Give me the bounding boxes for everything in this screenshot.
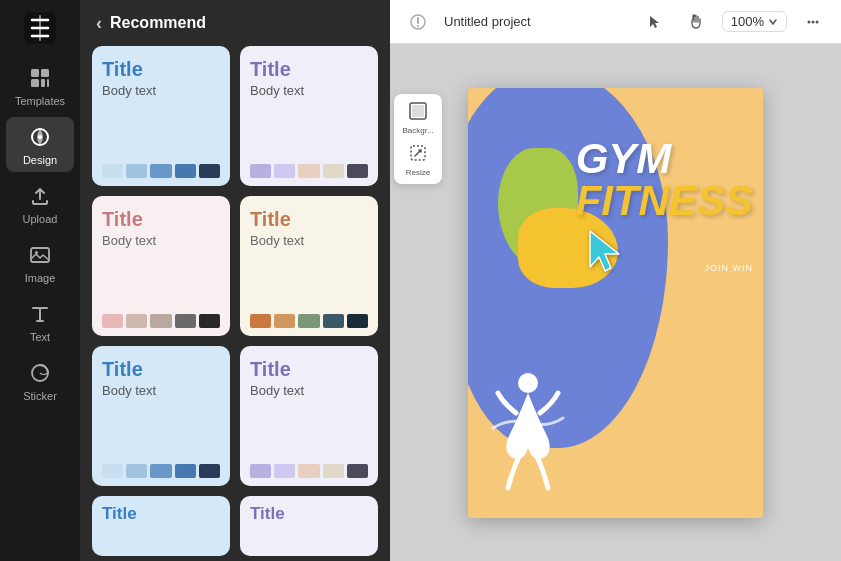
swatch — [250, 314, 271, 328]
swatch — [298, 314, 319, 328]
svg-rect-2 — [31, 69, 39, 77]
sidebar-text-label: Text — [30, 331, 50, 343]
templates-icon — [26, 64, 54, 92]
sidebar-image-label: Image — [25, 272, 56, 284]
swatch — [175, 164, 196, 178]
theme-3-swatches — [102, 308, 220, 328]
recommend-panel: ‹ Recommend Title Body text Title Body t… — [80, 0, 390, 561]
swatch — [274, 164, 295, 178]
sidebar-sticker-label: Sticker — [23, 390, 57, 402]
theme-6-body: Body text — [250, 383, 368, 458]
sidebar-item-sticker[interactable]: Sticker — [6, 353, 74, 408]
canvas-area: Untitled project 100% — [390, 0, 841, 561]
swatch — [323, 164, 344, 178]
resize-tool[interactable]: Resize — [398, 140, 438, 180]
swatch — [323, 314, 344, 328]
theme-card-3[interactable]: Title Body text — [92, 196, 230, 336]
swatch — [102, 164, 123, 178]
swatch — [250, 164, 271, 178]
background-tool[interactable]: Backgr... — [398, 98, 438, 138]
resize-label: Resize — [406, 168, 430, 177]
zoom-value: 100% — [731, 14, 764, 29]
swatch — [126, 464, 147, 478]
swatch — [175, 464, 196, 478]
swatch — [102, 314, 123, 328]
theme-card-4[interactable]: Title Body text — [240, 196, 378, 336]
svg-rect-3 — [41, 69, 49, 77]
sidebar-item-image[interactable]: Image — [6, 235, 74, 290]
gym-title-text: GYMFITNESS — [576, 138, 753, 222]
resize-icon — [409, 144, 427, 166]
canvas-wrapper[interactable]: Backgr... Resize — [390, 44, 841, 561]
panel-content: Title Body text Title Body text — [80, 42, 390, 561]
svg-rect-18 — [412, 105, 424, 117]
warning-icon — [402, 6, 434, 38]
theme-card-6[interactable]: Title Body text — [240, 346, 378, 486]
theme-5-title: Title — [102, 358, 220, 381]
sidebar-item-design[interactable]: Design — [6, 117, 74, 172]
gym-figure — [488, 368, 568, 498]
swatch — [347, 464, 368, 478]
theme-3-title: Title — [102, 208, 220, 231]
theme-1-swatches — [102, 158, 220, 178]
theme-card-5[interactable]: Title Body text — [92, 346, 230, 486]
svg-point-14 — [808, 20, 811, 23]
sidebar: Templates Design Upload — [0, 0, 80, 561]
svg-point-16 — [816, 20, 819, 23]
swatch — [150, 464, 171, 478]
background-icon — [409, 102, 427, 124]
swatch — [126, 314, 147, 328]
theme-5-swatches — [102, 458, 220, 478]
canvas-topbar: Untitled project 100% — [390, 0, 841, 44]
sidebar-item-text[interactable]: Text — [6, 294, 74, 349]
theme-6-title: Title — [250, 358, 368, 381]
gym-fitness-text: FITNESS — [576, 180, 753, 222]
sidebar-item-templates[interactable]: Templates — [6, 58, 74, 113]
sidebar-design-label: Design — [23, 154, 57, 166]
swatch — [199, 464, 220, 478]
swatch — [347, 314, 368, 328]
theme-3-body: Body text — [102, 233, 220, 308]
gym-design: GYMFITNESS JOIN WIN — [468, 88, 763, 518]
design-icon — [26, 123, 54, 151]
theme-2-title: Title — [250, 58, 368, 81]
design-canvas[interactable]: GYMFITNESS JOIN WIN — [468, 88, 763, 518]
hand-tool[interactable] — [680, 6, 712, 38]
swatch — [175, 314, 196, 328]
cursor-tool[interactable] — [638, 6, 670, 38]
svg-rect-6 — [47, 79, 49, 87]
partial-2-title: Title — [250, 504, 368, 524]
theme-2-body: Body text — [250, 83, 368, 158]
app-logo — [22, 10, 58, 46]
partial-themes-row: Title Title — [92, 496, 378, 556]
svg-point-13 — [417, 25, 419, 27]
sticker-icon — [26, 359, 54, 387]
theme-4-body: Body text — [250, 233, 368, 308]
swatch — [199, 164, 220, 178]
more-options-button[interactable] — [797, 6, 829, 38]
svg-rect-4 — [31, 79, 39, 87]
theme-1-title: Title — [102, 58, 220, 81]
zoom-control[interactable]: 100% — [722, 11, 787, 32]
theme-4-title: Title — [250, 208, 368, 231]
theme-card-partial-2[interactable]: Title — [240, 496, 378, 556]
partial-1-title: Title — [102, 504, 220, 524]
svg-point-8 — [38, 135, 42, 139]
svg-rect-9 — [31, 248, 49, 262]
float-tools-panel: Backgr... Resize — [394, 94, 442, 184]
back-button[interactable]: ‹ — [96, 14, 102, 32]
theme-card-1[interactable]: Title Body text — [92, 46, 230, 186]
theme-card-2[interactable]: Title Body text — [240, 46, 378, 186]
text-icon — [26, 300, 54, 328]
sidebar-item-upload[interactable]: Upload — [6, 176, 74, 231]
theme-1-body: Body text — [102, 83, 220, 158]
image-icon — [26, 241, 54, 269]
panel-header: ‹ Recommend — [80, 0, 390, 42]
sidebar-templates-label: Templates — [15, 95, 65, 107]
theme-card-partial-1[interactable]: Title — [92, 496, 230, 556]
swatch — [199, 314, 220, 328]
swatch — [102, 464, 123, 478]
theme-5-body: Body text — [102, 383, 220, 458]
swatch — [298, 164, 319, 178]
svg-rect-5 — [41, 79, 45, 87]
